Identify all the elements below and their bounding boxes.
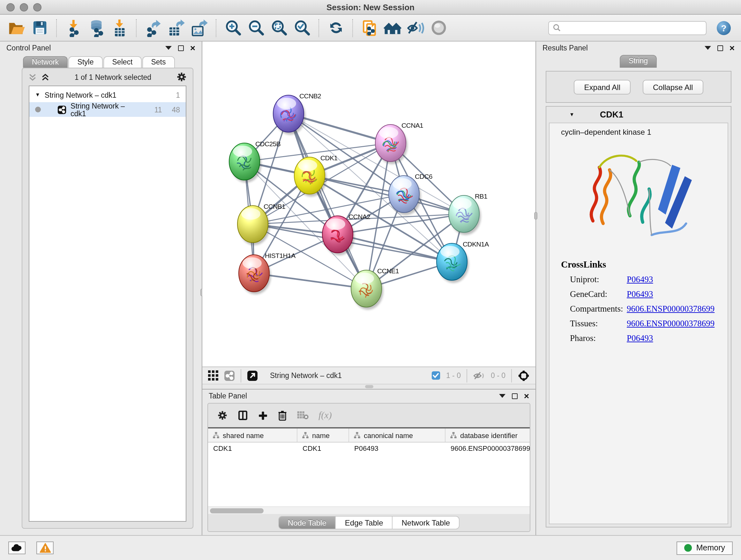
tab-node-table[interactable]: Node Table xyxy=(278,516,336,530)
network-tree-root-row[interactable]: ▼ String Network – cdk1 1 xyxy=(29,87,186,102)
float-panel-icon[interactable] xyxy=(718,45,723,51)
cell-database-identifier[interactable]: 9606.ENSP00000378699 xyxy=(446,442,530,456)
network-edge-ccnb2-ccne1[interactable] xyxy=(288,114,366,289)
show-graphics-details-button[interactable] xyxy=(428,17,449,38)
network-node-hist1h1a[interactable] xyxy=(239,255,271,294)
import-network-from-database-button[interactable] xyxy=(86,17,107,38)
main-toolbar: ? xyxy=(0,15,741,42)
tab-edge-table[interactable]: Edge Table xyxy=(336,516,393,530)
expand-all-icon[interactable] xyxy=(41,72,50,81)
help-button[interactable]: ? xyxy=(717,21,731,35)
selected-checkbox-icon[interactable] xyxy=(431,371,441,380)
column-header-canonical-name[interactable]: canonical name xyxy=(349,428,446,442)
table-row[interactable]: CDK1CDK1P064939606.ENSP00000378699cyclin… xyxy=(208,442,530,456)
zoom-selected-button[interactable] xyxy=(292,17,312,38)
network-node-ccna2[interactable] xyxy=(322,216,354,255)
crosslink-link[interactable]: P06493 xyxy=(627,274,653,285)
expand-all-button[interactable]: Expand All xyxy=(574,79,630,94)
panel-menu-icon[interactable] xyxy=(499,394,506,398)
cell-canonical-name[interactable]: P06493 xyxy=(349,442,446,456)
crosslink-link[interactable]: P06493 xyxy=(627,333,653,344)
close-panel-icon[interactable]: × xyxy=(730,45,735,51)
column-header-name[interactable]: name xyxy=(297,428,349,442)
fit-selection-crosshair-icon[interactable] xyxy=(518,369,530,381)
network-node-cdkn1a[interactable] xyxy=(436,243,469,283)
tab-select[interactable]: Select xyxy=(104,56,142,68)
close-panel-icon[interactable]: × xyxy=(524,393,529,399)
float-panel-icon[interactable] xyxy=(512,393,518,399)
column-header-shared-name[interactable]: shared name xyxy=(208,428,297,442)
crosslink-link[interactable]: P06493 xyxy=(627,289,653,300)
tab-network-table[interactable]: Network Table xyxy=(393,516,460,530)
detach-view-icon[interactable] xyxy=(247,370,258,381)
zoom-out-button[interactable] xyxy=(246,17,266,38)
crosslink-link[interactable]: 9606.ENSP00000378699 xyxy=(627,319,715,329)
warnings-button[interactable] xyxy=(37,542,54,554)
table-horizontal-scrollbar[interactable] xyxy=(208,506,530,514)
network-tree-row[interactable]: String Network – cdk1 11 48 xyxy=(29,102,186,117)
crosslink-link[interactable]: 9606.ENSP00000378699 xyxy=(627,304,715,314)
zoom-in-button[interactable] xyxy=(223,17,243,38)
tab-string[interactable]: String xyxy=(620,55,657,68)
panel-menu-icon[interactable] xyxy=(165,46,172,50)
close-panel-icon[interactable]: × xyxy=(190,45,195,51)
tab-style[interactable]: Style xyxy=(68,56,103,68)
search-box[interactable] xyxy=(548,21,706,35)
protein-details: cyclin–dependent kinase 1 xyxy=(549,123,728,524)
export-table-button[interactable] xyxy=(166,17,186,38)
network-canvas[interactable]: CCNB2CCNA1CDC25BCDK1CDC6RB1CCNB1CCNA2CDK… xyxy=(202,42,536,367)
splitter-handle[interactable] xyxy=(534,212,537,220)
save-session-button[interactable] xyxy=(29,17,50,38)
scrollbar-thumb[interactable] xyxy=(210,508,264,513)
panel-menu-icon[interactable] xyxy=(704,46,711,50)
search-icon xyxy=(553,23,561,32)
table-panel-header: Table Panel × xyxy=(202,389,536,402)
tab-network[interactable]: Network xyxy=(23,56,68,68)
network-node-ccnb1[interactable] xyxy=(238,206,270,245)
node-label-ccne1: CCNE1 xyxy=(377,267,399,274)
network-node-ccne1[interactable] xyxy=(351,270,383,310)
network-node-rb1[interactable] xyxy=(449,195,481,235)
open-session-button[interactable] xyxy=(6,17,27,38)
clone-network-button[interactable] xyxy=(359,17,380,38)
network-overview-icon[interactable] xyxy=(224,370,235,381)
export-image-button[interactable] xyxy=(189,17,209,38)
network-node-cdk1[interactable] xyxy=(294,157,327,197)
cloud-status-button[interactable] xyxy=(8,542,25,554)
protein-section-header[interactable]: ▼ CDK1 xyxy=(546,107,731,123)
table-box: f(x) shared namenamecanonical namedataba… xyxy=(207,403,530,532)
network-options-gear-icon[interactable] xyxy=(176,71,187,82)
import-network-button[interactable] xyxy=(63,17,84,38)
node-label-hist1h1a: HIST1H1A xyxy=(265,252,295,259)
network-name: String Network – cdk1 xyxy=(71,102,139,117)
column-header-database-identifier[interactable]: database identifier xyxy=(446,428,530,442)
tab-sets[interactable]: Sets xyxy=(142,56,175,68)
export-network-button[interactable] xyxy=(143,17,163,38)
network-graph[interactable]: CCNB2CCNA1CDC25BCDK1CDC6RB1CCNB1CCNA2CDK… xyxy=(202,42,536,367)
control-panel-header: Control Panel × xyxy=(0,42,202,54)
cell-name[interactable]: CDK1 xyxy=(297,442,349,456)
network-node-ccnb2[interactable] xyxy=(273,95,306,135)
horizontal-splitter[interactable] xyxy=(202,384,536,389)
hide-selected-button[interactable] xyxy=(405,17,426,38)
show-columns-icon[interactable] xyxy=(238,410,248,421)
first-neighbors-button[interactable] xyxy=(382,17,403,38)
grid-view-icon[interactable] xyxy=(208,370,218,381)
network-node-ccna1[interactable] xyxy=(375,125,408,164)
cell-shared-name[interactable]: CDK1 xyxy=(208,442,297,456)
collapse-all-button[interactable]: Collapse All xyxy=(643,79,703,94)
add-column-icon[interactable] xyxy=(258,410,268,421)
tree-expand-caret-icon[interactable]: ▼ xyxy=(35,92,40,98)
hidden-eye-icon[interactable] xyxy=(473,371,485,380)
node-label-ccna2: CCNA2 xyxy=(348,213,370,220)
float-panel-icon[interactable] xyxy=(178,45,184,51)
zoom-fit-button[interactable] xyxy=(269,17,289,38)
table-options-gear-icon[interactable] xyxy=(217,410,228,421)
memory-button[interactable]: Memory xyxy=(677,541,733,555)
apply-layout-button[interactable] xyxy=(326,17,346,38)
section-collapse-caret-icon[interactable]: ▼ xyxy=(569,112,575,118)
import-table-button[interactable] xyxy=(109,17,130,38)
search-input[interactable] xyxy=(564,23,702,32)
collapse-all-icon[interactable] xyxy=(28,72,37,81)
delete-column-icon[interactable] xyxy=(278,410,287,421)
